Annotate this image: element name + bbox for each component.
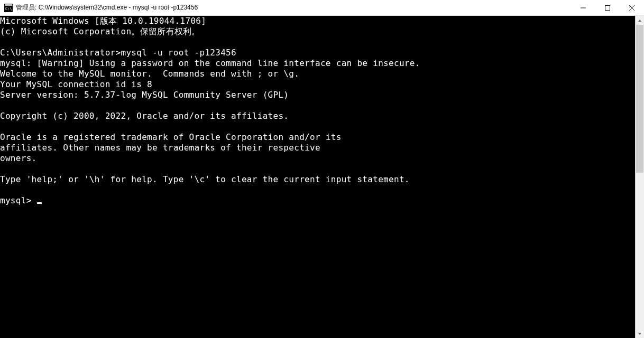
console-wrap: Microsoft Windows [版本 10.0.19044.1706] (… [0, 16, 644, 338]
scroll-down-arrow[interactable] [636, 329, 644, 338]
window-controls [571, 0, 644, 15]
svg-text:C:\: C:\ [5, 7, 12, 11]
scroll-up-arrow[interactable] [636, 16, 644, 25]
cmd-icon: C:\ [4, 4, 13, 12]
window-titlebar: C:\ 管理员: C:\Windows\system32\cmd.exe - m… [0, 0, 644, 16]
scrollbar-thumb[interactable] [636, 25, 643, 173]
maximize-button[interactable] [595, 0, 620, 15]
svg-marker-8 [638, 333, 641, 335]
cursor [37, 202, 42, 204]
svg-rect-1 [5, 4, 12, 6]
window-title: 管理员: C:\Windows\system32\cmd.exe - mysql… [16, 3, 571, 12]
svg-marker-7 [638, 20, 641, 22]
terminal-output[interactable]: Microsoft Windows [版本 10.0.19044.1706] (… [0, 16, 635, 338]
vertical-scrollbar[interactable] [635, 16, 644, 338]
close-button[interactable] [620, 0, 644, 15]
svg-rect-4 [605, 5, 610, 10]
minimize-button[interactable] [571, 0, 595, 15]
